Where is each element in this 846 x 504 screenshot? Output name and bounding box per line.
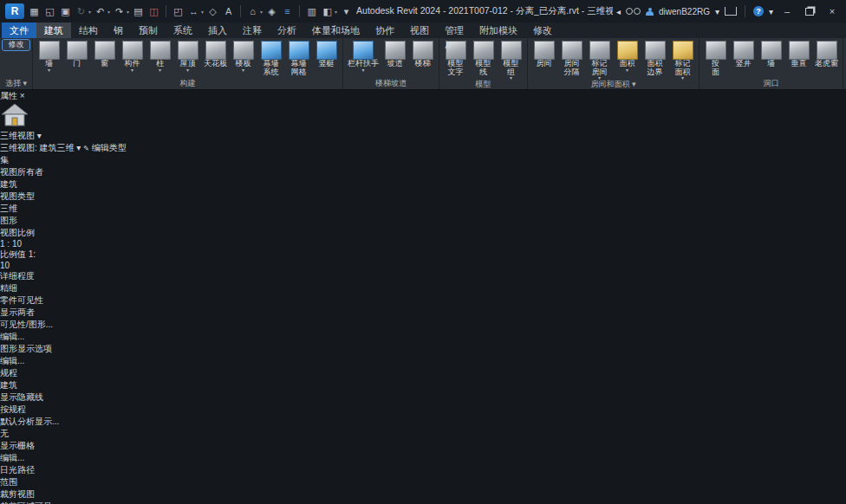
property-value[interactable]: 按规程: [0, 404, 846, 416]
ribbon-button-ramp[interactable]: 坡道: [381, 40, 408, 69]
dropdown-chevron-icon[interactable]: ▾: [131, 68, 133, 73]
ribbon-tab-预制[interactable]: 预制: [131, 23, 166, 38]
type-selector-chevron-icon[interactable]: ▾: [37, 131, 42, 140]
restore-button[interactable]: [801, 4, 818, 18]
minimize-button[interactable]: –: [778, 4, 796, 18]
ribbon-button-model-text[interactable]: A模型文字: [442, 40, 469, 77]
property-group-header[interactable]: 集: [0, 154, 846, 166]
search-help-icon[interactable]: [626, 8, 641, 15]
ribbon-button-cursor[interactable]: 修改: [3, 40, 29, 50]
ribbon-button-roof[interactable]: 屋顶▾: [174, 40, 201, 74]
ribbon-button-opening-by-face[interactable]: 按面: [702, 40, 729, 77]
property-value[interactable]: 三维: [0, 203, 846, 215]
dropdown-chevron-icon[interactable]: ▾: [626, 68, 628, 73]
ribbon-tab-管理[interactable]: 管理: [437, 23, 472, 38]
dropdown-chevron-icon[interactable]: ▾: [242, 68, 244, 73]
ribbon-tab-协作[interactable]: 协作: [368, 23, 402, 38]
property-value[interactable]: 编辑...: [0, 331, 846, 343]
ribbon-tab-系统[interactable]: 系统: [166, 23, 200, 38]
ribbon-tab-文件[interactable]: 文件: [2, 23, 36, 38]
dropdown-chevron-icon[interactable]: ▾: [186, 68, 189, 73]
ribbon-tab-钢[interactable]: 钢: [106, 23, 131, 38]
sync-with-central-icon-chevron[interactable]: ▾: [88, 9, 91, 15]
aligned-dimension-icon-chevron[interactable]: ▾: [201, 9, 204, 15]
ribbon-button-vertical-opening[interactable]: 垂直: [785, 40, 812, 69]
ribbon-button-curtain-system[interactable]: 幕墙系统: [257, 40, 284, 77]
thin-lines-icon[interactable]: ≡: [281, 4, 294, 18]
open-icon[interactable]: ◱: [43, 4, 56, 18]
property-group-header[interactable]: 图形: [0, 215, 846, 227]
dropdown-chevron-icon[interactable]: ▾: [48, 68, 50, 73]
ribbon-button-stair[interactable]: 楼梯: [409, 40, 436, 69]
ribbon-button-door[interactable]: 门: [63, 40, 90, 69]
aligned-dimension-icon[interactable]: ↔: [187, 4, 200, 18]
property-value[interactable]: 精细: [0, 282, 846, 294]
help-menu-chevron-icon[interactable]: ▾: [769, 7, 773, 16]
switch-windows-icon-chevron[interactable]: ▾: [335, 9, 337, 15]
user-menu-chevron-icon[interactable]: ▾: [715, 7, 719, 16]
ribbon-tab-建筑[interactable]: 建筑: [36, 23, 71, 38]
dropdown-chevron-icon[interactable]: ▾: [159, 68, 161, 73]
text-icon[interactable]: A: [222, 4, 235, 18]
close-button[interactable]: ×: [823, 4, 841, 18]
ribbon-button-tag-room[interactable]: 标记房间▾: [586, 40, 613, 81]
ribbon-tab-修改[interactable]: 修改: [525, 23, 560, 38]
instance-label[interactable]: 三维视图: 建筑三维: [0, 143, 75, 152]
ribbon-tab-注释[interactable]: 注释: [235, 23, 270, 38]
ribbon-tab-分析[interactable]: 分析: [270, 23, 304, 38]
section-box-icon[interactable]: ◰: [172, 4, 185, 18]
switch-windows-icon[interactable]: ◧: [321, 4, 334, 18]
property-value[interactable]: 无: [0, 428, 846, 440]
default-3d-view-icon-chevron[interactable]: ▾: [260, 9, 263, 15]
render-icon[interactable]: ◈: [265, 4, 278, 18]
save-icon[interactable]: ▣: [59, 4, 72, 18]
ribbon-button-curtain-grid[interactable]: 幕墙网格: [285, 40, 312, 77]
ribbon-tab-结构[interactable]: 结构: [71, 23, 106, 38]
edit-type-button[interactable]: ✎ 编辑类型: [83, 143, 126, 152]
ribbon-button-dormer[interactable]: 老虎窗: [813, 40, 840, 69]
ribbon-button-ceiling[interactable]: 天花板: [202, 40, 229, 69]
revit-logo-icon[interactable]: R: [5, 3, 24, 19]
close-hidden-windows-icon[interactable]: ▥: [305, 4, 318, 18]
property-value[interactable]: 编辑...: [0, 452, 846, 464]
signed-in-user[interactable]: diwenB22RG: [659, 7, 710, 16]
ribbon-button-column[interactable]: 柱▾: [146, 40, 173, 74]
ribbon-button-window[interactable]: 窗: [91, 40, 118, 69]
properties-close-icon[interactable]: ×: [20, 91, 25, 100]
property-value[interactable]: 1 : 10: [0, 239, 846, 249]
ribbon-tab-视图[interactable]: 视图: [402, 23, 437, 38]
redo-icon-chevron[interactable]: ▾: [127, 9, 129, 15]
ribbon-button-wall-opening[interactable]: 墙: [758, 40, 784, 69]
undo-icon-chevron[interactable]: ▾: [107, 9, 110, 15]
ribbon-button-component[interactable]: 构件▾: [119, 40, 146, 74]
user-avatar-icon[interactable]: [646, 8, 654, 16]
property-group-header[interactable]: 范围: [0, 476, 846, 488]
type-selector[interactable]: 三维视图 ▾: [0, 102, 846, 142]
help-icon[interactable]: ?: [753, 6, 764, 16]
edit-button[interactable]: 编辑...: [0, 452, 846, 464]
ribbon-button-railing[interactable]: 栏杆扶手▾: [346, 40, 381, 74]
ribbon-group-label[interactable]: 房间和面积 ▾: [528, 79, 699, 90]
ribbon-button-area[interactable]: 面积▾: [614, 40, 641, 74]
customize-qat-icon[interactable]: ▾: [340, 4, 353, 18]
ribbon-tab-附加模块[interactable]: 附加模块: [472, 23, 525, 38]
bim-manager-icon[interactable]: ▦: [28, 4, 41, 18]
store-cart-icon[interactable]: [725, 7, 737, 16]
edit-button[interactable]: 编辑...: [0, 355, 846, 367]
ribbon-button-mullion[interactable]: 竖梃: [313, 40, 340, 69]
ribbon-button-floor[interactable]: 楼板▾: [230, 40, 257, 74]
property-value[interactable]: 显示两者: [0, 307, 846, 319]
sync-with-central-icon[interactable]: ↻: [75, 4, 88, 18]
ribbon-button-model-group[interactable]: 模型组▾: [498, 40, 524, 81]
ribbon-tab-体量和场地[interactable]: 体量和场地: [304, 23, 368, 38]
undo-icon[interactable]: ↶: [94, 4, 107, 18]
property-value[interactable]: 建筑: [0, 178, 846, 191]
property-value[interactable]: 编辑...: [0, 355, 846, 367]
default-3d-view-icon[interactable]: ⌂: [246, 4, 259, 18]
ribbon-button-room-separator[interactable]: 房间分隔: [558, 40, 585, 77]
ribbon-group-label[interactable]: 选择 ▾: [0, 78, 32, 89]
ribbon-button-model-line[interactable]: 模型线: [470, 40, 497, 77]
dropdown-chevron-icon[interactable]: ▾: [361, 68, 364, 73]
instance-chevron-icon[interactable]: ▾: [76, 143, 81, 152]
ribbon-button-shaft[interactable]: 竖井: [730, 40, 757, 69]
